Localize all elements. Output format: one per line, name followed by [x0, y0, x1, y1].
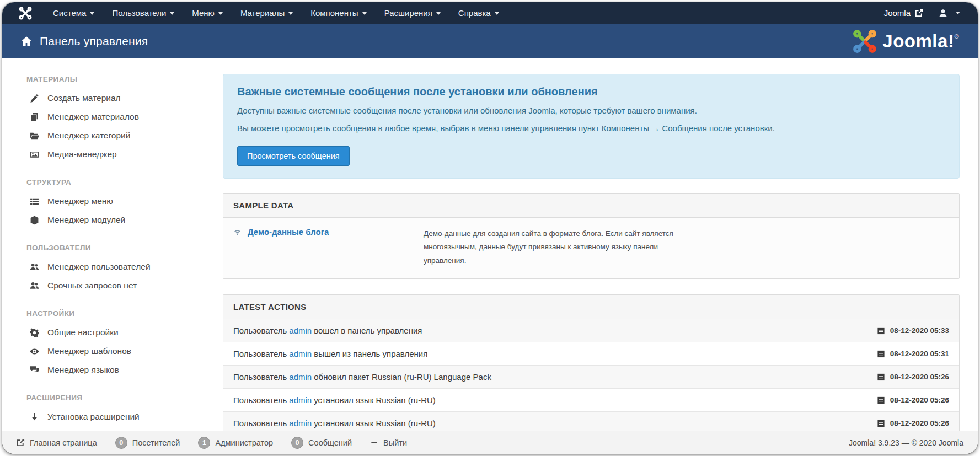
broadcast-icon [233, 228, 242, 236]
latest-actions-list: Пользовательadminвошел в панель управлен… [223, 319, 959, 434]
sidebar-item-label: Менеджер шаблонов [47, 346, 131, 356]
sample-data-description: Демо-данные для создания сайта в формате… [424, 227, 702, 267]
external-link-icon [915, 9, 923, 17]
menu-content[interactable]: Материалы [232, 2, 302, 24]
action-text: Пользовательadminвошел в панель управлен… [233, 326, 422, 335]
sidebar-item-label: Общие настройки [47, 328, 119, 337]
alert-title: Важные системные сообщения после установ… [237, 85, 945, 98]
admins-counter[interactable]: 1 Администратор [189, 437, 282, 449]
table-row: Пользовательadminвошел в панель управлен… [223, 319, 959, 342]
messages-counter[interactable]: 0 Сообщений [282, 437, 361, 449]
sample-data-row: Демо-данные блога Демо-данные для создан… [223, 218, 959, 278]
sidebar-item-create-article[interactable]: Создать материал [26, 89, 213, 108]
sidebar-item-label: Медиа-менеджер [47, 149, 117, 159]
menu-label: Компоненты [310, 8, 358, 18]
admin-user-link[interactable]: admin [289, 349, 312, 358]
sidebar-item-label: Менеджер материалов [47, 112, 139, 122]
menu-help[interactable]: Справка [449, 2, 508, 24]
site-link-label: Joomla [884, 8, 911, 18]
calendar-icon [877, 419, 885, 427]
sidebar-item-module-manager[interactable]: Менеджер модулей [26, 211, 213, 229]
admin-user-link[interactable]: admin [289, 326, 312, 335]
eye-icon [30, 347, 39, 356]
admin-menu-bar: Система Пользователи Меню Материалы Комп… [2, 2, 978, 24]
list-icon [30, 197, 39, 206]
sidebar-item-media-manager[interactable]: Медиа-менеджер [26, 145, 213, 164]
joomla-logo: Joomla!® [853, 29, 959, 53]
calendar-icon [877, 373, 885, 381]
chevron-down-icon [436, 12, 441, 15]
menu-extensions[interactable]: Расширения [376, 2, 449, 24]
menu-label: Материалы [240, 8, 285, 18]
sidebar-item-label: Установка расширений [47, 412, 140, 422]
sidebar-item-template-manager[interactable]: Менеджер шаблонов [26, 342, 213, 361]
logout-icon [370, 438, 378, 447]
menu-label: Пользователи [112, 8, 166, 18]
status-label: Посетителей [132, 438, 180, 447]
sidebar-item-label: Создать материал [47, 93, 121, 103]
sidebar-item-global-config[interactable]: Общие настройки [26, 323, 213, 342]
review-messages-button[interactable]: Просмотреть сообщения [237, 146, 350, 166]
sidebar-item-label: Менеджер меню [47, 196, 113, 206]
admin-user-link[interactable]: admin [289, 395, 312, 405]
folder-open-icon [30, 131, 39, 141]
alert-paragraph: Доступны важные системные сообщения посл… [237, 105, 945, 117]
sidebar-item-user-manager[interactable]: Менеджер пользователей [26, 257, 213, 276]
download-icon [30, 412, 39, 422]
sidebar-item-pending-requests[interactable]: Срочных запросов нет [26, 276, 213, 295]
pencil-icon [30, 94, 39, 103]
blog-sample-data-link[interactable]: Демо-данные блога [248, 227, 329, 237]
page-title: Панель управления [40, 35, 148, 48]
menu-components[interactable]: Компоненты [302, 2, 375, 24]
sidebar-item-language-manager[interactable]: Менеджер языков [26, 361, 213, 379]
admin-user-link[interactable]: admin [289, 372, 312, 382]
cube-icon [30, 216, 39, 225]
latest-actions-panel: LATEST ACTIONS Пользовательadminвошел в … [223, 294, 960, 435]
messages-badge: 0 [291, 437, 303, 449]
sidebar-section-settings: НАСТРОЙКИ Общие настройки Менеджер шабло… [26, 309, 213, 379]
action-timestamp: 08-12-2020 05:31 [877, 350, 949, 358]
joomla-logo-icon [853, 29, 877, 53]
chevron-down-icon [495, 12, 499, 15]
sidebar-item-label: Менеджер пользователей [47, 262, 151, 272]
action-text: Пользовательadminустановил язык Russian … [233, 419, 436, 428]
action-timestamp: 08-12-2020 05:26 [877, 419, 949, 427]
table-row: Пользовательadminустановил язык Russian … [223, 389, 959, 412]
sidebar-section-users: ПОЛЬЗОВАТЕЛИ Менеджер пользователей Сроч… [26, 244, 213, 295]
sidebar-item-menu-manager[interactable]: Менеджер меню [26, 192, 213, 211]
version-copyright: Joomla! 3.9.23 — © 2020 Joomla [849, 438, 963, 447]
menu-system[interactable]: Система [44, 2, 103, 24]
main-panel: Важные системные сообщения после установ… [218, 58, 978, 454]
view-site-link[interactable]: Joomla [884, 8, 923, 18]
sidebar-section-extensions: РАСШИРЕНИЯ Установка расширений [26, 394, 213, 426]
topbar-right: Joomla [884, 8, 978, 18]
user-menu[interactable] [939, 9, 960, 18]
joomla-admin-window: Система Пользователи Меню Материалы Комп… [2, 2, 978, 454]
calendar-icon [877, 326, 885, 335]
users-icon [30, 262, 39, 272]
joomla-icon[interactable] [19, 7, 32, 20]
status-label: Главная страница [30, 438, 97, 447]
menu-label: Расширения [384, 8, 432, 18]
menu-menus[interactable]: Меню [183, 2, 232, 24]
sidebar-section-structure: СТРУКТУРА Менеджер меню Менеджер модулей [26, 178, 213, 229]
sidebar-item-category-manager[interactable]: Менеджер категорий [26, 126, 213, 145]
chevron-down-icon [170, 12, 174, 15]
sidebar-item-article-manager[interactable]: Менеджер материалов [26, 108, 213, 126]
status-label: Сообщений [308, 438, 352, 447]
image-icon [30, 150, 39, 159]
logout-link[interactable]: Выйти [361, 438, 416, 447]
view-site-footer-link[interactable]: Главная страница [17, 438, 106, 447]
top-menu: Система Пользователи Меню Материалы Комп… [44, 2, 508, 24]
calendar-icon [877, 350, 885, 358]
status-label: Администратор [215, 438, 273, 447]
stack-icon [30, 112, 39, 122]
visitors-counter[interactable]: 0 Посетителей [106, 437, 189, 449]
sidebar-item-install-extensions[interactable]: Установка расширений [26, 407, 213, 426]
menu-label: Справка [458, 8, 491, 18]
admin-user-link[interactable]: admin [289, 419, 312, 428]
sample-link-cell: Демо-данные блога [233, 227, 424, 237]
menu-users[interactable]: Пользователи [103, 2, 183, 24]
home-icon [21, 36, 32, 47]
users-icon [30, 281, 39, 291]
